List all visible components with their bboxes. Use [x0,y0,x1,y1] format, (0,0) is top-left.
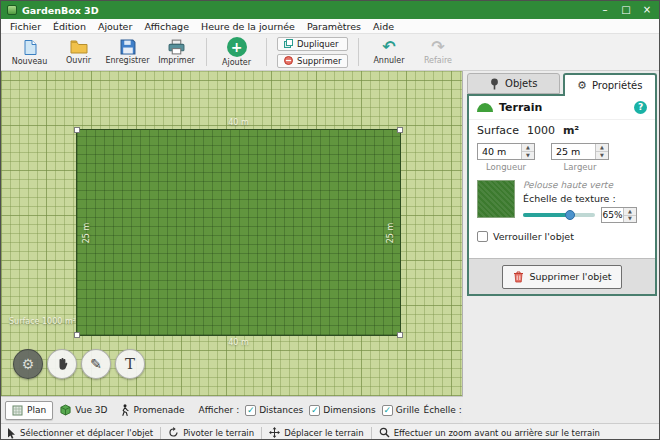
status-zoom-label: Effectuer un zoom avant ou arrière sur l… [394,428,600,438]
length-stepper[interactable]: ▲ ▼ [521,144,534,159]
texture-scale-value-box[interactable]: 65% ▲ ▼ [601,207,637,223]
checkbox-distances[interactable]: ✓ Distances [245,405,303,416]
tab-objets[interactable]: Objets [467,73,560,94]
length-label: Longueur [477,162,535,172]
app-icon [7,5,17,15]
menu-ajouter[interactable]: Ajouter [92,19,138,34]
stepper-down-icon[interactable]: ▼ [624,216,636,223]
redo-button-label: Refaire [424,56,452,65]
texture-scale-row: 65% ▲ ▼ [523,207,637,223]
texture-section: Pelouse haute verte Échelle de texture :… [469,173,655,227]
texture-scale-slider-knob[interactable] [565,210,575,220]
view-bar: Plan Vue 3D Promenade Afficher : ✓ Dista… [1,396,463,423]
texture-scale-label: Échelle de texture : [523,193,637,204]
status-select-move: Sélectionner et déplacer l'objet [7,427,153,439]
add-object-button[interactable]: + Ajouter [213,35,260,69]
right-panel: Objets ⚙ Propriétés Terrain ? Surface 10… [463,71,660,423]
texture-scale-slider[interactable] [523,213,595,217]
status-rotate: Pivoter le terrain [168,427,254,438]
tab-objets-label: Objets [505,78,537,89]
lock-label: Verrouiller l'objet [493,231,574,242]
menu-fichier[interactable]: Fichier [4,19,47,34]
grid-scale-label: Échelle : [423,405,461,415]
terrain-handle-bottomleft[interactable] [74,332,80,338]
minimize-button[interactable]: – [599,1,611,19]
checkbox-distances-box[interactable]: ✓ [245,405,256,416]
terrain-handle-topleft[interactable] [74,127,80,133]
status-zoom: Effectuer un zoom avant ou arrière sur l… [379,427,600,438]
checkbox-dimensions-label: Dimensions [323,405,376,415]
statusbar: Sélectionner et déplacer l'objet Pivoter… [1,423,659,440]
save-floppy-icon [120,39,136,55]
menu-heure[interactable]: Heure de la journée [195,19,301,34]
terrain-rect[interactable]: 40 m 40 m 25 m 25 m [76,129,401,336]
rotate-icon [168,427,179,438]
gear-icon: ⚙ [22,356,35,372]
menu-aide[interactable]: Aide [367,19,400,34]
checkbox-dimensions[interactable]: ✓ Dimensions [309,405,376,416]
menu-parametres[interactable]: Paramètres [301,19,367,34]
open-button[interactable]: Ouvrir [55,35,102,69]
redo-button[interactable]: ↷ Refaire [414,35,461,69]
stepper-up-icon[interactable]: ▲ [522,144,534,152]
stepper-up-icon[interactable]: ▲ [596,144,608,152]
undo-button-label: Annuler [373,56,404,65]
remove-icon [284,56,293,65]
text-tool-icon: T [125,355,135,373]
afficher-label: Afficher : [199,405,240,415]
plan-icon [12,405,23,416]
delete-button-toolbar[interactable]: Supprimer [277,54,348,68]
checkbox-grille-box[interactable]: ✓ [382,405,393,416]
stepper-down-icon[interactable]: ▼ [522,152,534,159]
terrain-handle-topright[interactable] [397,127,403,133]
duplicate-delete-group: Dupliquer Supprimer [277,37,348,68]
tab-proprietes[interactable]: ⚙ Propriétés [563,73,658,96]
dimension-label-left: 25 m [82,222,91,243]
texture-name: Pelouse haute verte [523,180,637,190]
tab-proprietes-label: Propriétés [592,80,643,91]
plan-canvas[interactable]: 40 m 40 m 25 m 25 m Surface 1000 m² ⚙ ✎ … [1,71,463,396]
maximize-button[interactable]: □ [620,1,632,19]
checkbox-grille[interactable]: ✓ Grille [382,405,420,416]
status-move-terrain: Déplacer le terrain [269,427,364,438]
menu-edition[interactable]: Édition [47,19,92,34]
dimension-label-bottom: 40 m [228,338,249,347]
draw-tool-button[interactable]: ✎ [81,349,111,379]
terrain-handle-bottomright[interactable] [397,332,403,338]
width-stepper[interactable]: ▲ ▼ [595,144,608,159]
close-button[interactable]: × [641,1,653,19]
menu-affichage[interactable]: Affichage [138,19,195,34]
titlebar: GardenBox 3D – □ × [1,1,659,19]
texture-scale-value: 65% [602,208,623,222]
plus-icon: + [227,37,247,57]
print-button[interactable]: Imprimer [153,35,200,69]
tab-vue-3d[interactable]: Vue 3D [53,400,114,420]
width-input[interactable]: 25 m ▲ ▼ [551,143,609,160]
status-rotate-label: Pivoter le terrain [183,428,254,438]
help-icon[interactable]: ? [634,101,647,114]
text-tool-button[interactable]: T [115,349,145,379]
lock-checkbox[interactable] [477,231,488,242]
delete-object-button[interactable]: Supprimer l'objet [502,265,623,289]
pencil-icon: ✎ [90,356,102,372]
save-button[interactable]: Enregistrer [104,35,151,69]
duplicate-button[interactable]: Dupliquer [277,37,348,51]
tab-plan[interactable]: Plan [5,401,53,420]
new-button[interactable]: Nouveau [6,35,53,69]
open-button-label: Ouvrir [66,56,91,65]
canvas-tool-palette: ⚙ ✎ T [13,349,145,379]
length-input[interactable]: 40 m ▲ ▼ [477,143,535,160]
terrain-title: Terrain [499,101,542,114]
settings-tool-button[interactable]: ⚙ [13,349,43,379]
stepper-down-icon[interactable]: ▼ [596,152,608,159]
status-separator [160,427,161,439]
pan-tool-button[interactable] [47,349,77,379]
magnifier-icon [379,427,390,438]
texture-scale-stepper[interactable]: ▲ ▼ [623,208,636,222]
add-button-label: Ajouter [222,58,251,67]
checkbox-dimensions-box[interactable]: ✓ [309,405,320,416]
tab-promenade[interactable]: Promenade [114,400,191,421]
delete-band: Supprimer l'objet [469,258,655,294]
texture-swatch[interactable] [477,180,515,218]
undo-button[interactable]: ↶ Annuler [365,35,412,69]
